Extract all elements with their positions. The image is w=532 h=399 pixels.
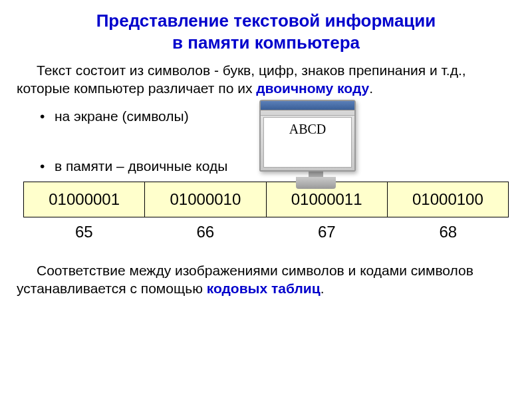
monitor-text: ABCD: [264, 118, 351, 137]
monitor-base: [296, 177, 336, 189]
monitor-screen: ABCD: [263, 117, 352, 168]
monitor-titlebar: [261, 101, 354, 110]
outro-text: Соответствие между изображениями символо…: [17, 261, 515, 298]
intro-text: Текст состоит из символов - букв, цифр, …: [17, 61, 515, 98]
decimal-cell-0: 65: [23, 220, 145, 244]
intro-highlight: двоичному коду: [256, 80, 369, 96]
monitor-frame: ABCD: [259, 100, 356, 172]
binary-cell-3: 01000100: [388, 182, 508, 217]
intro-part1: Текст состоит из символов - букв, цифр, …: [17, 63, 466, 96]
monitor-stand: [309, 172, 323, 177]
bullet1-text: на экране (символы): [55, 108, 189, 124]
bullet2-text: в памяти – двоичные коды: [55, 158, 227, 174]
intro-part2: .: [369, 80, 373, 96]
monitor-illustration: ABCD: [259, 100, 372, 193]
title-line1: Представление текстовой информации: [96, 11, 436, 31]
outro-highlight: кодовых таблиц: [207, 281, 321, 296]
title-line2: в памяти компьютера: [172, 33, 360, 53]
monitor-toolbar: [261, 110, 354, 116]
decimal-cell-1: 66: [145, 220, 267, 244]
slide-title: Представление текстовой информации в пам…: [17, 10, 515, 53]
decimal-row: 65 66 67 68: [23, 220, 509, 244]
binary-cell-1: 01000010: [145, 182, 266, 217]
decimal-cell-2: 67: [266, 220, 388, 244]
binary-cell-0: 01000001: [24, 182, 145, 217]
outro-part2: .: [321, 281, 325, 296]
decimal-cell-3: 68: [388, 220, 509, 244]
